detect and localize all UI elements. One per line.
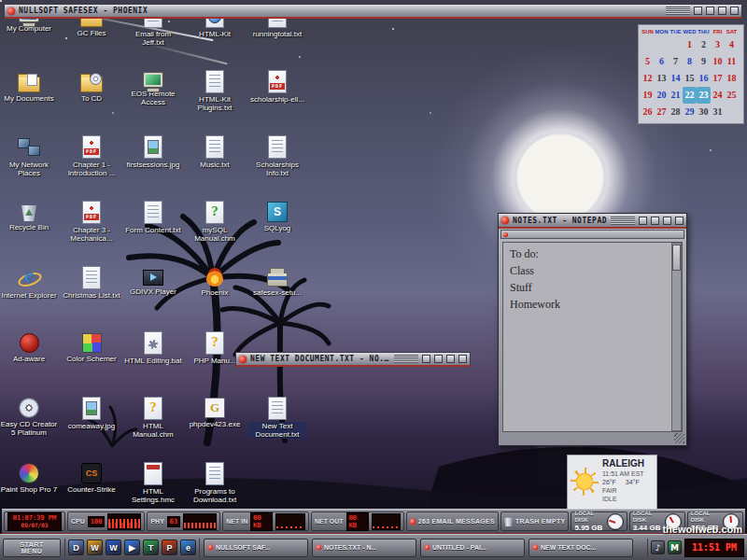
shade-button[interactable]: [694, 7, 702, 15]
word-icon[interactable]: W: [106, 539, 121, 555]
phoenix-icon[interactable]: P: [162, 539, 177, 555]
calendar-day[interactable]: 19: [641, 87, 655, 104]
desktop-icon-easy-cd-creator-5-platinum[interactable]: Easy CD Creator 5 Platinum: [0, 396, 58, 437]
notepad-menu-strip[interactable]: [500, 230, 684, 239]
calendar-day[interactable]: 22: [683, 87, 697, 104]
calendar-day[interactable]: 18: [725, 70, 739, 87]
calendar-day[interactable]: 29: [683, 104, 697, 120]
maximize-button[interactable]: [663, 217, 671, 225]
desktop-icon-gdivx-player[interactable]: GDIVX Player: [124, 265, 182, 296]
close-button[interactable]: [675, 217, 684, 225]
calendar-day[interactable]: 24: [711, 87, 725, 104]
desktop-icon-form-content-txt[interactable]: Form Content.txt: [124, 200, 182, 234]
desktop-icon-comeaway-jpg[interactable]: comeaway.jpg: [63, 396, 120, 430]
desktop-icon-to-cd[interactable]: To CD: [63, 69, 120, 103]
desktop-icon-firstsessions-jpg[interactable]: firstsessions.jpg: [124, 134, 182, 169]
desktop-icon-counter-strike[interactable]: Counter-Strike: [63, 461, 120, 494]
resize-grip[interactable]: [674, 433, 684, 443]
desktop-icon-music-txt[interactable]: Music.txt: [186, 134, 244, 169]
calendar-day[interactable]: 7: [669, 53, 683, 70]
scrollbar-thumb[interactable]: [672, 245, 681, 271]
calendar-day[interactable]: 13: [655, 70, 669, 87]
desktop-icon-scholarship-eli[interactable]: scholarship-eli...: [248, 69, 306, 104]
calendar-day[interactable]: 30: [697, 104, 711, 120]
desktop-icon-chapter-3-mechanica[interactable]: Chapter 3 - Mechanica...: [63, 200, 120, 243]
calendar-day[interactable]: 31: [711, 104, 725, 120]
minimize-button[interactable]: [706, 7, 714, 15]
desktop-icon-sqlyog[interactable]: SQLyog: [248, 200, 306, 232]
calendar-day[interactable]: 15: [683, 70, 697, 87]
desktop-icon-color-schemer[interactable]: Color Schemer: [63, 330, 120, 363]
maximize-button[interactable]: [718, 7, 726, 15]
calendar-day[interactable]: 6: [655, 53, 669, 70]
desktop-icon-internet-explorer[interactable]: Internet Explorer: [0, 265, 58, 300]
desktop-icon-html-manual-chm[interactable]: HTML Manual.chm: [124, 396, 182, 439]
desktop-icon-safesex-setu[interactable]: safesex-setu...: [248, 265, 306, 297]
task-button-untitled-pai[interactable]: UNTITLED - PAI...: [420, 539, 525, 557]
desktop-icon-phoenix[interactable]: Phoenix: [186, 265, 244, 297]
maximize-button[interactable]: [446, 355, 455, 363]
taskbar-clock[interactable]: 11:51 PM: [684, 539, 744, 557]
calendar-day[interactable]: 27: [655, 104, 669, 120]
desktop-icon-html-settings-hmc[interactable]: HTML Settings.hmc: [124, 461, 182, 504]
shade-button[interactable]: [422, 355, 430, 363]
calendar-day[interactable]: 14: [669, 70, 683, 87]
volume-icon[interactable]: ♪: [651, 540, 665, 554]
desktop-icon-my-documents[interactable]: My Documents: [0, 69, 58, 103]
close-button[interactable]: [458, 355, 467, 363]
show-desktop-icon[interactable]: D: [68, 539, 84, 555]
trash-status-segment[interactable]: TRASH EMPTY: [500, 511, 569, 531]
calendar-day[interactable]: 17: [711, 70, 725, 87]
calendar-day[interactable]: 3: [711, 36, 725, 53]
disk-monitor-segment[interactable]: LOCAL DISK5.95 GB: [571, 511, 627, 531]
calendar-day[interactable]: 16: [697, 70, 711, 87]
task-button-nullsoft-saf[interactable]: NULLSOFT SAF...: [204, 539, 308, 557]
desktop-icon-christmas-list-txt[interactable]: Christmas List.txt: [63, 265, 120, 300]
shaded-window-new-text-document[interactable]: NEW TEXT DOCUMENT.TXT - NO...: [235, 352, 471, 367]
desktop-icon-chapter-1-introduction[interactable]: Chapter 1 - Introduction ...: [63, 134, 120, 177]
calendar-day[interactable]: 12: [641, 70, 655, 87]
minimize-button[interactable]: [434, 355, 443, 363]
calendar-day[interactable]: 2: [697, 36, 711, 53]
desktop-icon-ad-aware[interactable]: Ad-aware: [0, 330, 58, 363]
desktop-icon-html-kit-plugins-txt[interactable]: HTML-Kit Plugins.txt: [186, 69, 244, 112]
calendar-day[interactable]: 25: [725, 87, 739, 104]
trillian-icon[interactable]: T: [143, 539, 159, 555]
start-menu-button[interactable]: START MENU: [3, 539, 61, 557]
desktop-icon-eos-remote-access[interactable]: EOS Remote Access: [124, 69, 182, 106]
calendar-day[interactable]: 23: [697, 87, 711, 104]
desktop-icon-scholarships-info-txt[interactable]: Scholarships Info.txt: [248, 134, 306, 177]
calendar-day[interactable]: 9: [697, 53, 711, 70]
messenger-icon[interactable]: M: [668, 540, 682, 554]
notepad-titlebar[interactable]: NOTES.TXT - NOTEPAD: [499, 214, 686, 229]
calendar-day[interactable]: 5: [641, 53, 655, 70]
vertical-scrollbar[interactable]: [671, 243, 682, 431]
desktop-icon-programs-to-download-txt[interactable]: Programs to Download.txt: [186, 461, 244, 504]
close-button[interactable]: [730, 7, 739, 15]
desktop-icon-my-network-places[interactable]: My Network Places: [0, 134, 58, 177]
calendar-day[interactable]: 28: [669, 104, 683, 120]
calendar-day[interactable]: 26: [641, 104, 655, 120]
task-button-notes-txt-n[interactable]: NOTES.TXT - N...: [312, 539, 416, 557]
media-player-icon[interactable]: ▶: [124, 539, 140, 555]
calendar-day[interactable]: 8: [683, 53, 697, 70]
shaded-window-phoenix[interactable]: NULLSOFT SAFESEX - PHOENIX: [4, 4, 742, 19]
calendar-day[interactable]: 11: [725, 53, 739, 70]
desktop-icon-recycle-bin[interactable]: Recycle Bin: [0, 200, 58, 231]
desktop-icon-phpdev423-exe[interactable]: phpdev423.exe: [186, 396, 244, 428]
calendar-day[interactable]: 1: [683, 36, 697, 53]
desktop-icon-new-text-document-txt[interactable]: New Text Document.txt: [248, 396, 306, 439]
desktop-icon-paint-shop-pro-7[interactable]: Paint Shop Pro 7: [0, 461, 58, 494]
winamp-icon[interactable]: W: [87, 539, 103, 555]
desktop-icon-mysql-manual-chm[interactable]: mySQL Manual.chm: [186, 200, 244, 243]
calendar-day[interactable]: 20: [655, 87, 669, 104]
calendar-day[interactable]: 10: [711, 53, 725, 70]
ie-icon[interactable]: e: [180, 539, 196, 555]
task-button-new-text-doc[interactable]: NEW TEXT DOC...: [529, 539, 633, 557]
email-status-segment[interactable]: 263 EMAIL MESSAGES: [406, 511, 499, 531]
minimize-button[interactable]: [651, 217, 659, 225]
desktop-icon-html-editing-bat[interactable]: HTML Editing.bat: [124, 330, 182, 365]
calendar-day[interactable]: 4: [725, 36, 739, 53]
notepad-text-area[interactable]: To do:ClassStuffHomework: [502, 242, 683, 432]
calendar-day[interactable]: 21: [669, 87, 683, 104]
